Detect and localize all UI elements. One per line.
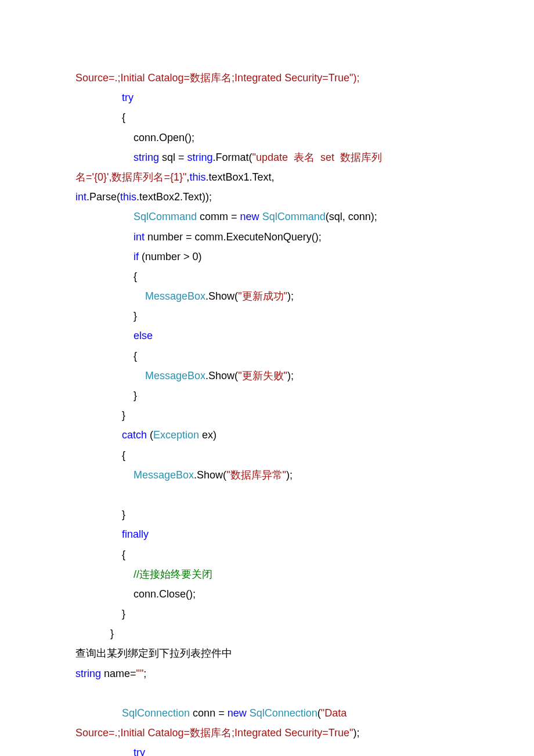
code-text: number = comm.ExecuteNonQuery(); <box>145 231 322 243</box>
code-text: .Show( <box>194 469 226 481</box>
code-brace: } <box>75 310 137 322</box>
code-keyword-string: string <box>134 152 159 163</box>
code-text: .textBox1.Text, <box>205 171 274 183</box>
code-keyword-new: new <box>228 707 247 719</box>
document-page: Source=.;Initial Catalog=数据库名;Integrated… <box>0 0 534 756</box>
code-brace: { <box>75 271 137 282</box>
code-keyword-int: int <box>75 191 86 203</box>
code-string: "数据库异常" <box>226 469 286 481</box>
code-text: ( <box>147 429 153 441</box>
code-string: 名='{0}',数据库列名={1}" <box>75 171 186 183</box>
code-keyword-else: else <box>134 330 153 341</box>
code-string: "更新成功" <box>238 290 287 302</box>
code-keyword-this: this <box>189 171 205 183</box>
code-type: SqlConnection <box>122 707 190 719</box>
code-text: .Show( <box>205 290 238 302</box>
code-keyword-string: string <box>75 668 101 679</box>
code-text: (number > 0) <box>139 251 202 262</box>
code-brace: } <box>75 608 125 620</box>
code-string: Source=.;Initial Catalog=数据库名;Integrated… <box>75 727 353 739</box>
code-brace: { <box>75 350 137 362</box>
code-brace: } <box>75 509 125 520</box>
code-type: SqlConnection <box>250 707 317 719</box>
code-text: ); <box>287 370 294 381</box>
code-type: MessageBox <box>134 469 194 481</box>
code-keyword-if: if <box>134 251 139 262</box>
code-keyword-try: try <box>122 92 134 103</box>
code-text: ; <box>143 668 146 679</box>
heading-text: 查询出某列绑定到下拉列表控件中 <box>75 647 232 659</box>
code-text: conn.Open(); <box>75 132 194 143</box>
code-text: name= <box>101 668 136 679</box>
code-type: MessageBox <box>145 370 205 381</box>
code-brace: { <box>75 111 125 123</box>
code-string: "Data <box>321 707 349 719</box>
code-keyword-this: this <box>120 191 136 203</box>
code-type: SqlCommand <box>262 211 326 222</box>
code-keyword-try: try <box>134 747 145 756</box>
code-keyword-finally: finally <box>122 528 149 540</box>
code-text: .textBox2.Text)); <box>136 191 212 203</box>
code-keyword-catch: catch <box>122 429 147 441</box>
code-brace: { <box>75 449 125 461</box>
code-text: ); <box>353 727 359 739</box>
code-type: MessageBox <box>145 290 205 302</box>
code-keyword-int: int <box>134 231 145 243</box>
code-text: ); <box>286 469 293 481</box>
code-text: (sql, conn); <box>326 211 377 222</box>
code-brace: } <box>75 409 125 421</box>
code-text: .Show( <box>205 370 238 381</box>
code-keyword-new: new <box>240 211 259 222</box>
code-string: "更新失败" <box>238 370 287 381</box>
code-comment: //连接始终要关闭 <box>134 568 212 580</box>
code-text: conn.Close(); <box>75 588 196 600</box>
code-brace: } <box>75 390 137 401</box>
code-text: sql = <box>159 152 187 163</box>
code-keyword-string: string <box>187 152 213 163</box>
code-text: ); <box>287 290 294 302</box>
code-string: "" <box>136 668 144 679</box>
code-text: .Format( <box>213 152 252 163</box>
code-string: "update 表名 set 数据库列 <box>252 152 382 163</box>
code-brace: } <box>75 628 114 639</box>
code-text: conn = <box>190 707 228 719</box>
code-text: Source=.;Initial Catalog=数据库名;Integrated… <box>75 72 359 84</box>
code-text: .Parse( <box>86 191 120 203</box>
code-text: ex) <box>199 429 217 441</box>
code-brace: { <box>75 549 125 560</box>
code-type: Exception <box>153 429 199 441</box>
code-text: comm = <box>197 211 240 222</box>
code-type: SqlCommand <box>134 211 197 222</box>
code-block: Source=.;Initial Catalog=数据库名;Integrated… <box>75 68 459 756</box>
